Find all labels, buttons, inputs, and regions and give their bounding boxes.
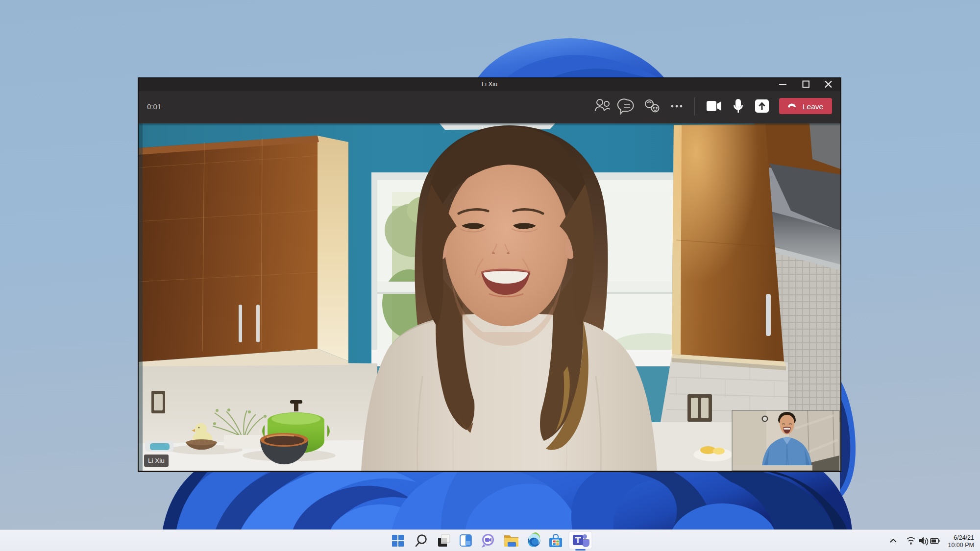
svg-text:Li Xiu: Li Xiu	[148, 457, 165, 464]
svg-text:10:00 PM: 10:00 PM	[948, 542, 974, 549]
svg-text:0:01: 0:01	[147, 102, 161, 111]
svg-text:Li Xiu: Li Xiu	[482, 80, 498, 88]
svg-text:Leave: Leave	[803, 102, 823, 111]
svg-text:6/24/21: 6/24/21	[954, 534, 974, 541]
